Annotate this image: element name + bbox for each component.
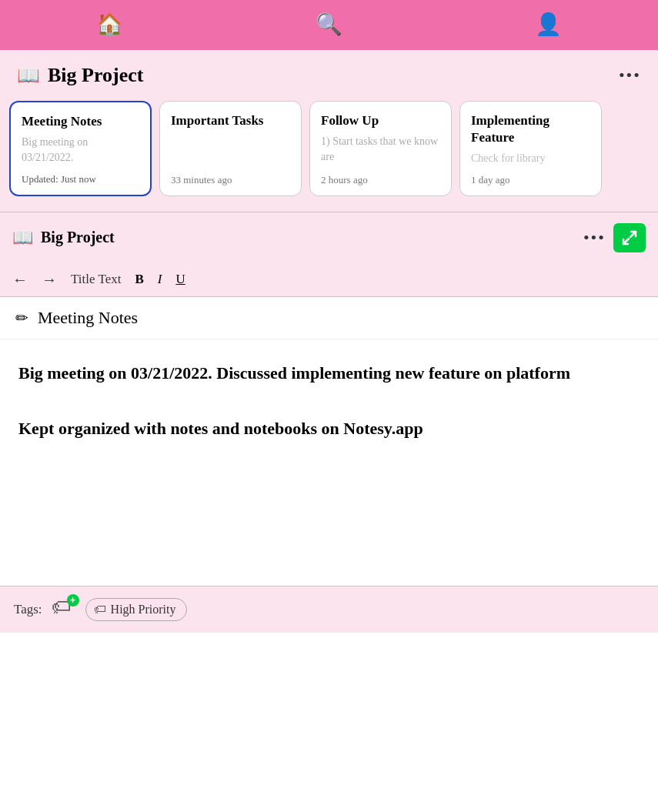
card-time: 2 hours ago <box>321 174 440 186</box>
home-icon[interactable]: 🏠 <box>96 14 123 35</box>
note-title[interactable]: Meeting Notes <box>38 308 138 328</box>
book-icon: 📖 <box>17 65 40 86</box>
add-badge: + <box>67 594 79 606</box>
sub-project-name: Big Project <box>41 229 115 246</box>
sub-book-icon: 📖 <box>12 228 33 248</box>
note-paragraph-2: Kept organized with notes and notebooks … <box>18 416 640 441</box>
forward-button[interactable]: → <box>42 271 57 289</box>
card-preview: Big meeting on 03/21/2022. <box>22 135 139 169</box>
sub-more-options-button[interactable]: ••• <box>583 228 606 248</box>
card-follow-up[interactable]: Follow Up 1) Start tasks that we know ar… <box>309 101 452 196</box>
card-preview: Check for library <box>471 151 590 166</box>
card-preview: 1) Start tasks that we know are <box>321 134 440 166</box>
cards-container: Meeting Notes Big meeting on 03/21/2022.… <box>0 95 658 212</box>
tag-high-priority[interactable]: 🏷 High Priority <box>85 598 188 621</box>
tags-label: Tags: <box>14 602 42 617</box>
card-preview <box>171 134 290 166</box>
card-important-tasks[interactable]: Important Tasks 33 minutes ago <box>159 101 302 196</box>
more-options-button[interactable]: ••• <box>619 65 641 85</box>
tag-pill-label: High Priority <box>111 603 176 617</box>
search-icon[interactable]: 🔍 <box>316 14 342 35</box>
card-title: Meeting Notes <box>22 113 139 130</box>
expand-button[interactable] <box>613 223 646 252</box>
card-title: Important Tasks <box>171 112 290 129</box>
note-title-bar: ✏ Meeting Notes <box>0 297 658 339</box>
back-button[interactable]: ← <box>12 271 28 289</box>
expand-icon <box>620 229 639 247</box>
add-tag-button[interactable]: 🏷 + <box>52 597 76 622</box>
card-title: Follow Up <box>321 112 440 129</box>
note-paragraph-1: Big meeting on 03/21/2022. Discussed imp… <box>18 361 640 386</box>
italic-button[interactable]: I <box>158 272 162 287</box>
note-content[interactable]: Big meeting on 03/21/2022. Discussed imp… <box>0 339 658 586</box>
top-navigation: 🏠 🔍 👤 <box>0 0 658 50</box>
sub-header-left: 📖 Big Project <box>12 228 115 248</box>
card-title: Implementing Feature <box>471 112 590 146</box>
project-name: Big Project <box>48 64 143 87</box>
card-time: 1 day ago <box>471 174 590 186</box>
sub-header: 📖 Big Project ••• <box>0 212 658 263</box>
bold-button[interactable]: B <box>135 272 143 287</box>
style-selector[interactable]: Title Text <box>71 272 121 287</box>
underline-button[interactable]: U <box>175 272 185 287</box>
card-meeting-notes[interactable]: Meeting Notes Big meeting on 03/21/2022.… <box>9 101 152 196</box>
project-header: 📖 Big Project ••• <box>0 50 658 95</box>
profile-icon[interactable]: 👤 <box>535 14 562 35</box>
tag-pill-icon: 🏷 <box>94 603 106 617</box>
project-title-group: 📖 Big Project <box>17 64 143 87</box>
edit-icon: ✏ <box>15 309 28 327</box>
card-time: 33 minutes ago <box>171 174 290 186</box>
sub-header-right: ••• <box>583 223 646 252</box>
card-updated: Updated: Just now <box>22 173 139 185</box>
card-implementing-feature[interactable]: Implementing Feature Check for library 1… <box>459 101 602 196</box>
toolbar: ← → Title Text B I U <box>0 263 658 297</box>
tags-footer: Tags: 🏷 + 🏷 High Priority <box>0 586 658 633</box>
